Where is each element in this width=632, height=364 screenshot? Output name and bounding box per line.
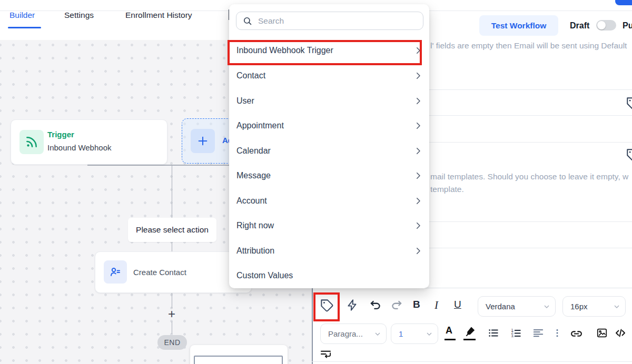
helper-text-middle-line1: mail templates. Should you choose to lea… (430, 172, 628, 181)
link-icon[interactable] (570, 327, 583, 340)
publish-label-fragment: Pu (623, 21, 632, 31)
connector-vertical-4 (172, 321, 173, 334)
chevron-down-icon (425, 330, 438, 338)
editor-row-divider (312, 361, 632, 362)
tab-settings[interactable]: Settings (64, 10, 94, 21)
underline-button[interactable]: U (454, 299, 461, 310)
helper-text-middle-line2: template. (430, 185, 464, 194)
chevron-down-icon (542, 302, 555, 311)
menu-item-appointment[interactable]: Appointment (236, 114, 423, 137)
primary-button-fragment[interactable] (615, 0, 632, 5)
add-action-button[interactable]: + (165, 307, 179, 321)
menu-item-user[interactable]: User (236, 89, 423, 113)
font-family-value: Verdana (478, 302, 542, 311)
helper-text-top-clip: l' fields are empty then Email will be s… (429, 41, 632, 53)
chevron-right-icon (413, 146, 423, 156)
trigger-node-subtitle: Inbound Webhook (47, 143, 112, 152)
menu-item-label: Appointment (236, 121, 413, 130)
trigger-node[interactable]: Trigger Inbound Webhook (11, 119, 167, 165)
tab-builder[interactable]: Builder (9, 10, 35, 21)
menu-item-attribution[interactable]: Attribution (236, 239, 423, 262)
paragraph-style-value: Paragra... (321, 329, 373, 338)
helper-text-top: l' fields are empty then Email will be s… (430, 41, 627, 50)
chevron-right-icon (413, 46, 423, 55)
menu-item-custom-values[interactable]: Custom Values (236, 264, 423, 287)
menu-item-label: Calendar (236, 146, 413, 156)
bold-button[interactable]: B (413, 299, 420, 310)
menu-item-inbound-webhook-trigger[interactable]: Inbound Webhook Trigger (236, 39, 423, 62)
text-color-underbar (445, 339, 456, 340)
chevron-right-icon (413, 171, 423, 180)
menu-item-account[interactable]: Account (236, 189, 423, 213)
menu-item-label: Inbound Webhook Trigger (236, 46, 413, 55)
search-input[interactable] (257, 16, 423, 26)
menu-item-label: Right now (236, 221, 413, 230)
code-icon[interactable] (614, 327, 627, 339)
menu-item-contact[interactable]: Contact (236, 64, 423, 87)
align-left-icon[interactable] (532, 327, 544, 339)
font-size-select[interactable]: 16px (562, 296, 626, 317)
trigger-picker-dropdown: Inbound Webhook Trigger Contact User App… (229, 4, 429, 288)
plus-icon (191, 129, 215, 153)
menu-item-message[interactable]: Message (236, 164, 423, 187)
menu-item-label: Contact (236, 71, 413, 80)
bottom-popup-field[interactable] (194, 356, 283, 364)
numbered-list-icon[interactable]: 1. 2. 3. (510, 327, 522, 339)
merge-tag-button[interactable] (318, 297, 335, 313)
chevron-right-icon (413, 196, 423, 206)
chevron-right-icon (413, 246, 423, 256)
connector-vertical-1 (172, 165, 173, 218)
tag-field-icon-2[interactable] (626, 148, 632, 161)
chevron-right-icon (413, 71, 423, 80)
connector-vertical-3 (172, 292, 173, 308)
toggle-knob (597, 21, 606, 29)
tag-field-icon-1[interactable] (626, 96, 632, 110)
text-color-button[interactable]: A (446, 325, 452, 336)
more-options-icon[interactable] (552, 328, 562, 338)
lightning-icon[interactable] (345, 298, 359, 312)
bottom-popup-card (190, 345, 288, 364)
chevron-right-icon (413, 121, 423, 130)
contact-icon (104, 260, 127, 284)
paragraph-style-select[interactable]: Paragra... (320, 323, 387, 344)
tab-builder-underline (8, 27, 41, 28)
menu-item-label: Custom Values (236, 271, 423, 280)
draft-label: Draft (570, 21, 589, 31)
svg-text:3.: 3. (511, 334, 515, 338)
webhook-icon (19, 130, 44, 154)
italic-button[interactable]: I (434, 299, 438, 312)
helper-text-middle-clip: mail templates. Should you choose to lea… (429, 172, 632, 198)
search-box[interactable] (236, 12, 423, 30)
workflow-builder-screen: Builder Settings Enrollment History Test… (0, 0, 632, 364)
chevron-right-icon (413, 221, 423, 230)
chevron-down-icon (613, 302, 625, 311)
image-icon[interactable] (596, 327, 608, 339)
menu-item-label: Message (236, 171, 413, 180)
menu-item-calendar[interactable]: Calendar (236, 139, 423, 163)
font-family-select[interactable]: Verdana (478, 296, 556, 317)
chevron-down-icon (373, 330, 386, 338)
create-contact-node[interactable]: Create Contact (95, 251, 252, 293)
chevron-right-icon (413, 96, 423, 106)
wrap-text-icon[interactable] (320, 348, 332, 360)
redo-icon[interactable] (390, 298, 403, 312)
create-contact-label: Create Contact (133, 268, 186, 277)
menu-item-label: Account (236, 196, 413, 206)
end-marker: END (157, 335, 187, 350)
test-workflow-button[interactable]: Test Workflow (479, 15, 558, 36)
search-icon (236, 16, 257, 26)
connector-vertical-2 (172, 242, 173, 251)
line-height-value: 1 (391, 329, 425, 338)
menu-item-right-now[interactable]: Right now (236, 214, 423, 237)
menu-item-label: User (236, 96, 413, 106)
trigger-node-title: Trigger (47, 130, 74, 139)
undo-icon[interactable] (369, 298, 382, 312)
tab-enrollment-history[interactable]: Enrollment History (125, 10, 192, 21)
menu-item-label: Attribution (236, 246, 413, 256)
line-height-select[interactable]: 1 (391, 323, 438, 344)
bullet-list-icon[interactable] (488, 327, 499, 339)
font-size-value: 16px (563, 302, 613, 311)
highlight-color-button[interactable] (464, 326, 476, 338)
publish-toggle[interactable] (596, 20, 616, 31)
select-action-placeholder[interactable]: Please select action (128, 218, 216, 242)
